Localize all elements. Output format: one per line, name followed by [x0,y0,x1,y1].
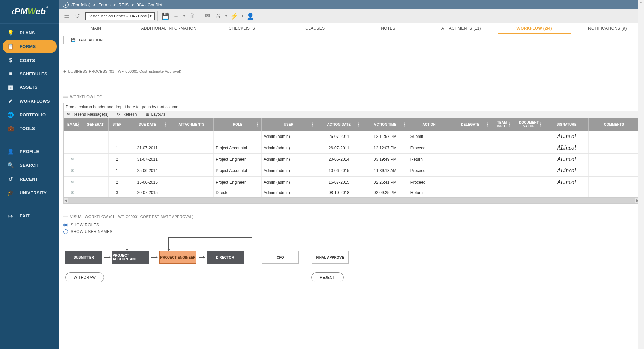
show-users-radio[interactable]: SHOW USER NAMES [63,229,640,234]
col-menu-icon[interactable]: ⋮ [103,122,107,127]
breadcrumb-portfolio[interactable]: (Portfolio) [71,2,90,7]
col-menu-icon[interactable]: ⋮ [508,122,512,127]
save-icon[interactable]: 💾 [160,11,170,21]
add-icon[interactable]: ＋ [171,11,181,21]
print-caret-icon[interactable]: ▾ [224,11,228,21]
col-email[interactable]: EMAIL⋮ [64,118,82,131]
tab-main[interactable]: MAIN [59,23,132,34]
take-action-button[interactable]: 💾 TAKE ACTION [63,36,110,44]
tab-notes[interactable]: NOTES [352,23,425,34]
signature: ALincol [557,179,576,185]
arrow-icon [199,257,205,258]
col-menu-icon[interactable]: ⋮ [634,122,638,127]
group-drop-zone[interactable]: Drag a column header and drop it here to… [64,103,640,111]
tab-clauses[interactable]: CLAUSES [279,23,352,34]
sidebar-item-university[interactable]: 🎓UNIVERSITY [3,186,57,199]
nav-icon: 🔍 [7,162,14,168]
add-caret-icon[interactable]: ▾ [182,11,186,21]
nav-icon: 📋 [7,43,14,50]
col-menu-icon[interactable]: ⋮ [583,122,587,127]
layouts-button[interactable]: ▦Layouts [145,112,165,117]
col-menu-icon[interactable]: ⋮ [310,122,314,127]
table-row[interactable]: ✉320-07-2015DirectorAdmin (admin)08-10-2… [64,188,640,197]
col-menu-icon[interactable]: ⋮ [444,122,448,127]
reject-button[interactable]: REJECT [311,272,344,282]
col-menu-icon[interactable]: ⋮ [256,122,260,127]
tab-notifications-9-[interactable]: NOTIFICATIONS (9) [571,23,644,34]
sidebar-item-portfolio[interactable]: 🌐PORTFOLIO [3,108,57,121]
resend-button[interactable]: ✉Resend Message(s) [67,112,108,117]
withdraw-button[interactable]: WITHDRAW [65,272,104,282]
col-attachments[interactable]: ATTACHMENTS⋮ [169,118,214,131]
sidebar-item-plans[interactable]: 💡PLANS [3,26,57,39]
col-menu-icon[interactable]: ⋮ [76,122,80,127]
table-row[interactable]: ✉125-06-2014Project AccountalAdmin (admi… [64,165,640,177]
bolt-icon[interactable]: ⚡ [229,11,239,21]
tab-attachments-11-[interactable]: ATTACHMENTS (11) [425,23,498,34]
breadcrumb-forms[interactable]: Forms [98,2,111,7]
email-icon[interactable]: ✉ [203,11,212,21]
show-roles-radio[interactable]: SHOW ROLES [63,223,640,227]
sidebar-item-search[interactable]: 🔍SEARCH [3,159,57,172]
nav-label: FORMS [20,44,36,49]
signature: ALincol [557,133,576,140]
col-action-date[interactable]: ACTION DATE⋮ [316,118,362,131]
col-generat[interactable]: GENERAT⋮ [82,118,109,131]
minus-icon[interactable]: — [63,214,68,219]
col-menu-icon[interactable]: ⋮ [164,122,168,127]
col-menu-icon[interactable]: ⋮ [120,122,124,127]
col-user[interactable]: USER⋮ [261,118,316,131]
visual-workflow-header[interactable]: — VISUAL WORKFLOW (01 - WF-C00001 COST E… [63,214,640,219]
v-scrollbar[interactable]: ▲ [638,0,644,349]
print-icon[interactable]: 🖨 [213,11,223,21]
table-row[interactable]: ✉231-07-2011Project EngineerAdmin (admin… [64,154,640,165]
tab-workflow-2-4-[interactable]: WORKFLOW (2/4) [498,23,571,34]
sidebar-item-workflows[interactable]: ✔WORKFLOWS [3,94,57,108]
col-menu-icon[interactable]: ⋮ [356,122,360,127]
col-team-input[interactable]: TEAM INPUT⋮ [491,118,513,131]
col-menu-icon[interactable]: ⋮ [403,122,407,127]
minus-icon[interactable]: — [63,94,68,100]
info-icon[interactable]: i [63,2,69,8]
scroll-left-icon[interactable]: ◀ [64,198,67,203]
business-process-header[interactable]: + BUSINESS PROCESS (01 - WF-000001 Cost … [63,69,640,74]
plus-icon[interactable]: + [63,69,66,74]
sidebar-item-costs[interactable]: $COSTS [3,54,57,67]
col-document-value[interactable]: DOCUMENT VALUE⋮ [513,118,544,131]
user-icon[interactable]: 👤 [246,11,255,21]
sidebar-item-schedules[interactable]: ≡SCHEDULES [3,67,57,80]
table-row[interactable]: ✉215-06-2015Project EngineerAdmin (admin… [64,177,640,188]
breadcrumb-rfis[interactable]: RFIS [118,2,129,7]
refresh-button[interactable]: ⟳Refresh [117,112,137,117]
chevron-down-icon[interactable]: ▼ [148,14,153,18]
col-step[interactable]: STEP⋮ [109,118,126,131]
sidebar-item-forms[interactable]: 📋FORMS [3,40,57,53]
col-role[interactable]: ROLE⋮ [214,118,261,131]
tab-checklists[interactable]: CHECKLISTS [206,23,279,34]
record-selector[interactable]: Boston Medical Center - 004 - Confl ▼ [85,12,155,20]
history-icon[interactable]: ↺ [73,11,82,21]
col-delegate[interactable]: DELEGATE⋮ [450,118,491,131]
table-row[interactable]: Admin (admin)26-07-201112:11:57 PMSubmit… [64,131,640,142]
col-menu-icon[interactable]: ⋮ [539,122,543,127]
sidebar-item-exit[interactable]: ↦EXIT [3,209,57,222]
col-due-date[interactable]: DUE DATE⋮ [126,118,169,131]
table-row[interactable]: 131-07-2011Project AccountalAdmin (admin… [64,142,640,154]
col-signature[interactable]: SIGNATURE⋮ [544,118,589,131]
workflow-log-header[interactable]: — WORKFLOW LOG [63,94,640,100]
sidebar-item-tools[interactable]: 💼TOOLS [3,122,57,135]
col-action-time[interactable]: ACTION TIME⋮ [362,118,408,131]
tab-additional-information[interactable]: ADDITIONAL INFORMATION [132,23,205,34]
delete-icon[interactable]: 🗑 [187,11,197,21]
col-action[interactable]: ACTION⋮ [408,118,450,131]
sidebar-item-recent[interactable]: ↺RECENT [3,172,57,186]
sidebar-item-profile[interactable]: 👤PROFILE [3,145,57,158]
col-menu-icon[interactable]: ⋮ [208,122,212,127]
bolt-caret-icon[interactable]: ▾ [240,11,244,21]
list-icon[interactable]: ☰ [62,11,71,21]
h-scrollbar[interactable]: ◀ ▶ [64,197,640,203]
col-comments[interactable]: COMMENTS⋮ [589,118,640,131]
sidebar-item-assets[interactable]: ▦ASSETS [3,81,57,94]
col-menu-icon[interactable]: ⋮ [485,122,489,127]
nav-label: ASSETS [20,85,38,90]
